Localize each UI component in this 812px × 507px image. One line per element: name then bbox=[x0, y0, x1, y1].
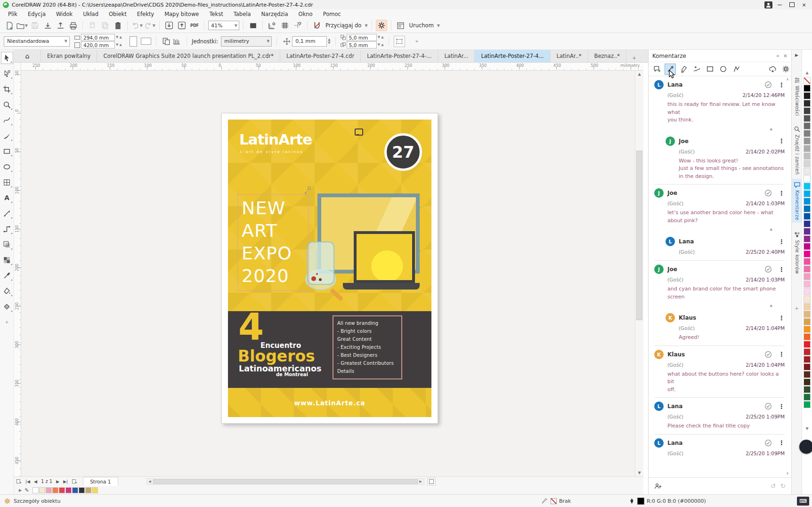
menu-efekty[interactable]: Efekty bbox=[132, 11, 159, 17]
palette-color-swatch[interactable] bbox=[804, 303, 811, 310]
palette-color-swatch[interactable] bbox=[804, 311, 811, 318]
toolbox-plus-button[interactable]: ＋ bbox=[1, 316, 13, 328]
menu-układ[interactable]: Układ bbox=[78, 11, 104, 17]
menu-tekst[interactable]: Tekst bbox=[204, 11, 228, 17]
add-collaborator-icon[interactable] bbox=[654, 483, 662, 490]
palette-color-swatch[interactable] bbox=[804, 220, 811, 227]
palette-color-swatch[interactable] bbox=[804, 160, 811, 167]
freehand-tool[interactable] bbox=[1, 114, 13, 126]
paste-icon[interactable] bbox=[112, 20, 123, 31]
kebab-menu-icon[interactable]: ⋮ bbox=[779, 314, 785, 322]
menu-obiekt[interactable]: Obiekt bbox=[104, 11, 132, 17]
palette-color-swatch[interactable] bbox=[804, 130, 811, 137]
comments-redo-icon[interactable]: ↻ bbox=[780, 483, 786, 490]
palette-color-swatch[interactable] bbox=[804, 394, 811, 401]
settings-icon[interactable] bbox=[780, 64, 791, 75]
panel-close-icon[interactable]: × bbox=[783, 53, 788, 59]
comments-scrollbar[interactable]: ∧∨ bbox=[785, 77, 790, 475]
palette-color-swatch[interactable] bbox=[804, 92, 811, 99]
document-tab[interactable]: LatinArte-Poster-27-4.cdr bbox=[280, 50, 361, 62]
collapse-replies-icon[interactable]: ▲ bbox=[654, 304, 785, 309]
document-color-swatch[interactable] bbox=[85, 487, 91, 493]
kebab-menu-icon[interactable]: ⋮ bbox=[779, 238, 785, 245]
rectangle-tool[interactable] bbox=[1, 145, 13, 157]
resolve-icon[interactable] bbox=[764, 351, 772, 358]
transparency-tool[interactable] bbox=[1, 254, 13, 266]
application-launcher-icon[interactable] bbox=[395, 20, 406, 31]
docker-add-icon[interactable]: ＋ bbox=[792, 304, 802, 313]
kebab-menu-icon[interactable]: ⋮ bbox=[779, 439, 785, 446]
palette-color-swatch[interactable] bbox=[804, 333, 811, 340]
polyline-icon[interactable] bbox=[731, 64, 742, 75]
scroll-up-icon[interactable]: ▲ bbox=[635, 72, 643, 76]
palette-color-swatch[interactable] bbox=[804, 115, 811, 122]
cut-icon[interactable] bbox=[87, 20, 98, 31]
add-note-icon[interactable] bbox=[651, 64, 663, 75]
palette-color-swatch[interactable] bbox=[804, 326, 811, 333]
customize-plus-button[interactable]: ＋ bbox=[412, 36, 422, 47]
resolve-icon[interactable] bbox=[764, 266, 772, 273]
palette-color-swatch[interactable] bbox=[804, 235, 811, 242]
add-page-icon[interactable] bbox=[14, 479, 24, 484]
poster-artwork[interactable]: LatinArte L'art de vivre latinos 27 NEWA… bbox=[228, 120, 431, 417]
collapse-replies-icon[interactable]: ▲ bbox=[654, 227, 785, 233]
object-details-gear-icon[interactable] bbox=[4, 498, 11, 505]
document-color-swatch[interactable] bbox=[65, 487, 72, 493]
palette-color-swatch[interactable] bbox=[804, 243, 811, 250]
pick-tool[interactable] bbox=[1, 52, 13, 64]
menu-widok[interactable]: Widok bbox=[51, 11, 78, 17]
document-tab[interactable]: LatinArte-Poster-27-4-... bbox=[361, 50, 438, 62]
document-color-swatch[interactable] bbox=[59, 487, 65, 493]
ellipse-icon[interactable] bbox=[717, 64, 729, 75]
page-tab-strona-1[interactable]: Strona 1 bbox=[83, 477, 118, 486]
palette-color-swatch[interactable] bbox=[804, 213, 811, 220]
zoom-level-combo[interactable]: 41%▼ bbox=[208, 21, 239, 30]
palette-color-swatch[interactable] bbox=[804, 356, 811, 363]
menu-narzędzia[interactable]: Narzędzia bbox=[256, 11, 293, 17]
keyboard-layout-icon[interactable]: ⌨ bbox=[797, 497, 809, 506]
resolve-icon[interactable] bbox=[764, 189, 772, 197]
drawing-canvas[interactable]: LatinArte L'art de vivre latinos 27 NEWA… bbox=[21, 71, 635, 476]
eyedropper-tool[interactable] bbox=[1, 269, 13, 282]
full-screen-preview-icon[interactable] bbox=[247, 20, 259, 31]
show-rulers-icon[interactable] bbox=[267, 20, 278, 31]
save-icon[interactable] bbox=[29, 20, 41, 31]
horizontal-scroll-thumb[interactable] bbox=[153, 479, 418, 484]
palette-color-swatch[interactable] bbox=[804, 137, 811, 145]
palette-color-swatch[interactable] bbox=[804, 266, 811, 273]
scroll-right-icon[interactable]: ▶ bbox=[418, 480, 424, 483]
page-width-field[interactable]: 294,0 mm▼ ▲ bbox=[74, 34, 122, 41]
page-size-preset-combo[interactable]: Niestandardowa▼ bbox=[4, 36, 70, 47]
palette-color-swatch[interactable] bbox=[804, 341, 811, 348]
docker-tab-style-kolorów[interactable]: Style kolorów bbox=[792, 229, 802, 276]
annotation-arrow-icon[interactable] bbox=[303, 186, 311, 195]
kebab-menu-icon[interactable]: ⋮ bbox=[779, 351, 785, 358]
palette-color-swatch[interactable] bbox=[804, 371, 811, 378]
palette-color-swatch[interactable] bbox=[804, 348, 811, 355]
comments-scroll-down-icon[interactable]: ∨ bbox=[785, 471, 790, 475]
vertical-ruler[interactable]: 50050100150200250300350400450 bbox=[14, 71, 21, 476]
palette-color-swatch[interactable] bbox=[804, 363, 811, 370]
docker-tab-właściwości[interactable]: Właściwości bbox=[792, 74, 802, 119]
polygon-tool[interactable] bbox=[1, 176, 13, 188]
comment-marker-icon[interactable] bbox=[355, 129, 363, 136]
menu-pomoc[interactable]: Pomoc bbox=[318, 11, 346, 17]
next-page-button[interactable]: ▶ bbox=[54, 479, 61, 484]
resolve-icon[interactable] bbox=[764, 81, 772, 89]
crop-tool[interactable] bbox=[1, 83, 13, 95]
palette-color-swatch[interactable] bbox=[804, 145, 811, 152]
palette-color-swatch[interactable] bbox=[804, 228, 811, 235]
previous-page-button[interactable]: ◀ bbox=[32, 479, 39, 484]
kebab-menu-icon[interactable]: ⋮ bbox=[779, 190, 785, 197]
docker-tab-komentarze[interactable]: Komentarze bbox=[792, 179, 802, 223]
zoom-tool[interactable] bbox=[1, 98, 13, 111]
palette-color-swatch[interactable] bbox=[804, 250, 811, 258]
dimension-tool[interactable] bbox=[1, 207, 13, 219]
palette-color-swatch[interactable] bbox=[804, 122, 811, 129]
publish-pdf-icon[interactable]: PDF bbox=[189, 20, 200, 31]
snap-to-label[interactable]: Przyciągaj do bbox=[324, 22, 363, 29]
document-tab[interactable]: LatinAr... bbox=[438, 50, 475, 62]
copy-icon[interactable] bbox=[99, 20, 111, 31]
rectangle-icon[interactable] bbox=[704, 64, 715, 75]
collapse-replies-icon[interactable]: ▲ bbox=[654, 127, 785, 133]
